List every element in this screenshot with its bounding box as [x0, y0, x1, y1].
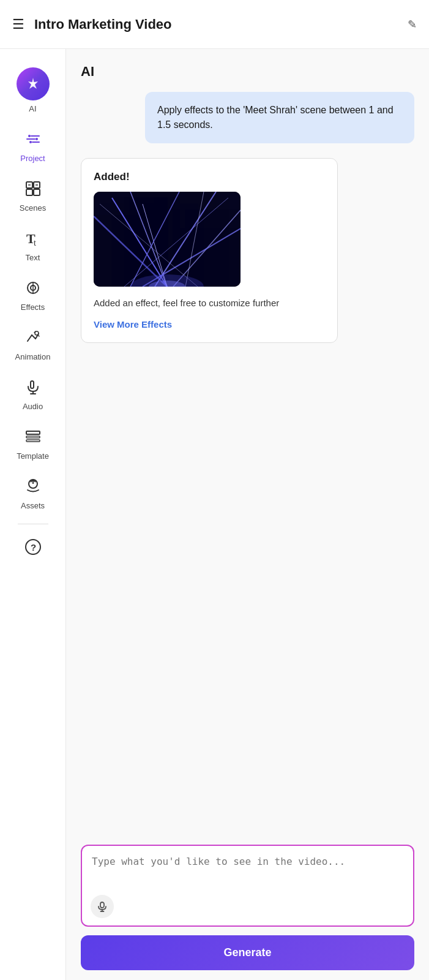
project-icon — [24, 130, 42, 150]
svg-text:t: t — [34, 238, 36, 247]
effect-thumbnail — [94, 192, 241, 287]
generate-button[interactable]: Generate — [81, 935, 414, 970]
assets-icon — [24, 478, 42, 497]
menu-button[interactable]: ☰ — [12, 17, 24, 32]
sidebar-label-text: Text — [26, 253, 40, 262]
sidebar-item-project[interactable]: Project — [0, 122, 65, 172]
animation-icon — [24, 329, 42, 349]
added-card: Added! — [81, 158, 338, 343]
content-scroll: AI Apply effects to the 'Meet Shrah' sce… — [66, 49, 429, 837]
sidebar-item-scenes[interactable]: Scenes — [0, 172, 65, 221]
svg-point-3 — [35, 138, 38, 140]
sidebar-item-ai[interactable]: AI — [0, 59, 65, 122]
sidebar: AI Project — [0, 49, 66, 980]
added-label: Added! — [94, 171, 325, 183]
text-input-container — [81, 845, 414, 927]
sidebar-label-effects: Effects — [21, 303, 45, 312]
sidebar-label-animation: Animation — [15, 352, 51, 361]
scenes-icon — [24, 180, 42, 200]
svg-rect-9 — [26, 189, 32, 195]
text-icon: T t — [24, 230, 42, 249]
help-icon: ? — [24, 538, 42, 559]
view-more-effects-link[interactable]: View More Effects — [94, 319, 172, 330]
section-title: AI — [81, 64, 414, 80]
svg-rect-48 — [100, 902, 104, 908]
page-title: Intro Marketing Video — [34, 17, 403, 32]
svg-rect-29 — [26, 440, 40, 442]
svg-rect-24 — [31, 381, 34, 388]
sidebar-label-audio: Audio — [23, 402, 43, 411]
prompt-input[interactable] — [92, 856, 403, 892]
svg-point-1 — [28, 135, 31, 137]
added-description: Added an effect, feel free to customize … — [94, 296, 325, 311]
sidebar-label-ai: AI — [29, 104, 36, 113]
svg-line-19 — [32, 335, 35, 339]
svg-line-23 — [38, 335, 39, 336]
input-area: Generate — [66, 837, 429, 980]
svg-rect-27 — [26, 431, 40, 434]
audio-icon — [24, 379, 42, 398]
template-icon — [24, 428, 42, 448]
main-layout: AI Project — [0, 49, 429, 980]
sidebar-label-assets: Assets — [21, 501, 45, 510]
svg-line-18 — [28, 335, 32, 341]
svg-point-5 — [29, 141, 32, 143]
sidebar-label-project: Project — [20, 154, 45, 163]
chat-bubble: Apply effects to the 'Meet Shrah' scene … — [145, 92, 414, 143]
sidebar-label-template: Template — [17, 451, 49, 461]
ai-icon — [17, 67, 50, 100]
svg-rect-10 — [34, 189, 40, 195]
mic-button[interactable] — [91, 895, 114, 918]
sidebar-item-template[interactable]: Template — [0, 420, 65, 469]
sidebar-item-animation[interactable]: Animation — [0, 320, 65, 370]
sidebar-item-audio[interactable]: Audio — [0, 370, 65, 420]
effects-icon — [24, 279, 42, 299]
svg-rect-28 — [26, 436, 40, 438]
sidebar-item-text[interactable]: T t Text — [0, 221, 65, 271]
header: ☰ Intro Marketing Video ✎ — [0, 0, 429, 49]
sidebar-item-assets[interactable]: Assets — [0, 469, 65, 519]
svg-text:?: ? — [31, 542, 36, 552]
sidebar-label-scenes: Scenes — [20, 203, 46, 213]
edit-title-icon[interactable]: ✎ — [408, 18, 417, 31]
sidebar-divider — [18, 524, 48, 524]
sidebar-item-effects[interactable]: Effects — [0, 271, 65, 320]
sidebar-item-help[interactable]: ? — [0, 529, 65, 567]
svg-point-0 — [31, 82, 35, 86]
content-area: AI Apply effects to the 'Meet Shrah' sce… — [66, 49, 429, 980]
